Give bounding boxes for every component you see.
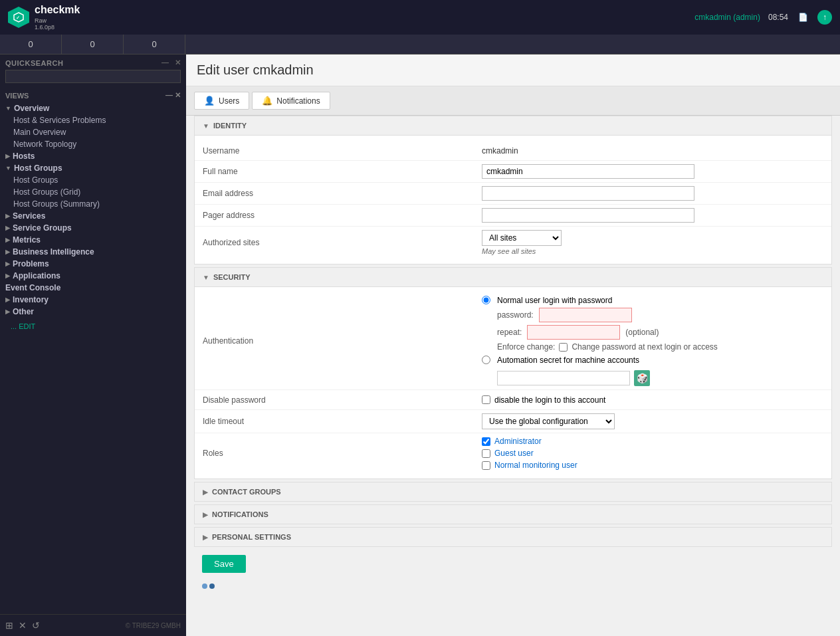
email-input[interactable] — [482, 186, 694, 201]
pager-row: Pager address — [195, 205, 831, 227]
metrics-arrow: ▶ — [5, 237, 10, 243]
generate-secret-button[interactable]: 🎲 — [634, 370, 650, 386]
security-section-title[interactable]: ▼ SECURITY — [195, 268, 831, 287]
authorized-sites-label: Authorized sites — [203, 238, 482, 247]
sidebar-item-host-services-problems[interactable]: Host & Services Problems — [0, 114, 186, 126]
tab-notifications[interactable]: 🔔 Notifications — [252, 92, 330, 110]
tab-bar: 👤 Users 🔔 Notifications — [186, 86, 840, 116]
sidebar-item-event-console[interactable]: Event Console — [0, 282, 186, 294]
counter-critical[interactable]: 0 — [0, 35, 62, 54]
contact-groups-arrow: ▶ — [203, 488, 208, 496]
dot-2 — [209, 583, 215, 589]
sidebar-item-host-groups[interactable]: ▼ Host Groups — [0, 162, 186, 174]
quicksearch-controls[interactable]: — ✕ — [161, 58, 181, 67]
pager-input[interactable] — [482, 208, 694, 223]
sidebar-item-metrics[interactable]: ▶ Metrics — [0, 234, 186, 246]
sidebar-item-overview[interactable]: ▼ Overview — [0, 102, 186, 114]
password-input[interactable] — [539, 308, 632, 322]
counter-unknown[interactable]: 0 — [124, 35, 185, 54]
automation-secret-input[interactable] — [497, 371, 630, 385]
pager-label: Pager address — [203, 211, 482, 220]
username-value: cmkadmin — [482, 146, 518, 156]
normal-login-radio[interactable] — [482, 296, 490, 304]
role-normal-checkbox[interactable] — [482, 461, 490, 470]
copyright-text: © TRIBE29 GMBH — [126, 622, 181, 629]
authentication-row: Authentication Normal user login with pa… — [195, 292, 831, 390]
expand-icon[interactable]: ⊞ — [5, 620, 13, 631]
topbar-right: cmkadmin (admin) 08:54 📄 ↑ — [694, 10, 832, 25]
update-icon[interactable]: ↑ — [817, 10, 832, 25]
contact-groups-section: ▶ CONTACT GROUPS — [194, 482, 832, 502]
repeat-input[interactable] — [527, 325, 620, 340]
authorized-sites-select[interactable]: All sites — [482, 230, 562, 246]
sidebar-item-service-groups[interactable]: ▶ Service Groups — [0, 222, 186, 234]
edit-link[interactable]: ... EDIT — [5, 320, 41, 333]
logo-text: checkmk — [35, 4, 80, 16]
sidebar-item-host-groups-grid[interactable]: Host Groups (Grid) — [0, 186, 186, 198]
security-section-content: Authentication Normal user login with pa… — [195, 287, 831, 478]
sidebar-item-services[interactable]: ▶ Services — [0, 210, 186, 222]
pager-field — [482, 208, 823, 223]
user-link[interactable]: cmkadmin (admin) — [694, 13, 760, 22]
sidebar: QUICKSEARCH — ✕ VIEWS — ✕ ▼ Overview Hos… — [0, 54, 186, 636]
sidebar-item-hosts[interactable]: ▶ Hosts — [0, 150, 186, 162]
loading-dots — [202, 583, 215, 589]
fullname-input[interactable] — [482, 164, 694, 179]
sidebar-item-other[interactable]: ▶ Other — [0, 306, 186, 318]
help-icon[interactable]: 📄 — [796, 11, 809, 24]
notifications-section-title[interactable]: ▶ NOTIFICATIONS — [195, 505, 831, 524]
identity-section-title[interactable]: ▼ IDENTITY — [195, 116, 831, 136]
enforce-change-checkbox[interactable] — [559, 343, 568, 352]
idle-timeout-select[interactable]: Use the global configuration — [482, 413, 615, 429]
email-row: Email address — [195, 183, 831, 205]
hostgroups-arrow: ▼ — [5, 165, 11, 171]
bi-arrow: ▶ — [5, 249, 10, 255]
views-controls[interactable]: — ✕ — [165, 91, 181, 100]
role-guest-checkbox[interactable] — [482, 449, 490, 458]
views-minimize-icon[interactable]: — — [165, 91, 173, 99]
fullname-label: Full name — [203, 167, 482, 176]
sidebar-item-applications[interactable]: ▶ Applications — [0, 270, 186, 282]
role-admin-link[interactable]: Administrator — [494, 437, 542, 446]
views-close-icon[interactable]: ✕ — [175, 91, 181, 99]
minimize-icon[interactable]: — — [161, 58, 169, 67]
svg-text:✓: ✓ — [16, 15, 20, 20]
role-guest-item: Guest user — [482, 449, 823, 458]
form-container: ▼ IDENTITY Username cmkadmin Full name — [186, 116, 840, 607]
counter-warning[interactable]: 0 — [62, 35, 124, 54]
sidebar-item-main-overview[interactable]: Main Overview — [0, 126, 186, 138]
tab-users[interactable]: 👤 Users — [194, 92, 249, 110]
checkmk-logo-icon[interactable]: ✓ — [8, 7, 29, 28]
username-row: Username cmkadmin — [195, 141, 831, 161]
role-admin-checkbox[interactable] — [482, 437, 490, 446]
security-section: ▼ SECURITY Authentication Normal user lo… — [194, 267, 832, 479]
contact-groups-title[interactable]: ▶ CONTACT GROUPS — [195, 482, 831, 501]
disable-login-checkbox[interactable] — [482, 395, 490, 404]
sidebar-item-host-groups-summary[interactable]: Host Groups (Summary) — [0, 198, 186, 210]
sidebar-item-business-intelligence[interactable]: ▶ Business Intelligence — [0, 246, 186, 258]
identity-toggle-arrow: ▼ — [203, 122, 209, 130]
sidebar-item-problems[interactable]: ▶ Problems — [0, 258, 186, 270]
disable-password-row: Disable password disable the login to th… — [195, 390, 831, 410]
email-label: Email address — [203, 189, 482, 198]
personal-settings-title[interactable]: ▶ PERSONAL SETTINGS — [195, 528, 831, 546]
authorized-sites-row: Authorized sites All sites May see all s… — [195, 227, 831, 259]
page-title: Edit user cmkadmin — [197, 62, 314, 78]
logo-area: ✓ checkmk Raw1.6.0p8 — [8, 4, 194, 31]
delete-icon[interactable]: ✕ — [19, 620, 27, 631]
repeat-row: repeat: (optional) — [497, 325, 718, 340]
save-button[interactable]: Save — [202, 555, 246, 573]
sidebar-item-inventory[interactable]: ▶ Inventory — [0, 294, 186, 306]
sidebar-item-network-topology[interactable]: Network Topology — [0, 138, 186, 150]
servicegroups-arrow: ▶ — [5, 225, 10, 231]
role-normal-link[interactable]: Normal monitoring user — [494, 461, 578, 470]
search-input[interactable] — [5, 70, 181, 83]
close-icon[interactable]: ✕ — [175, 58, 181, 67]
security-toggle-arrow: ▼ — [203, 274, 209, 281]
automation-radio[interactable] — [482, 356, 490, 364]
role-guest-link[interactable]: Guest user — [494, 449, 534, 458]
refresh-icon[interactable]: ↺ — [32, 620, 40, 631]
dot-1 — [202, 583, 207, 589]
footer-icons: ⊞ ✕ ↺ — [5, 620, 40, 631]
sidebar-item-host-groups-default[interactable]: Host Groups — [0, 174, 186, 186]
